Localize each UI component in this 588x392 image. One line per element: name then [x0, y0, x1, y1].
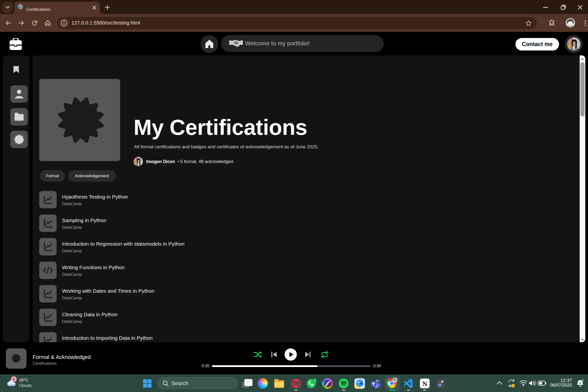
svg-text:z: z — [580, 381, 581, 385]
svg-text:z: z — [582, 379, 584, 382]
svg-text:1: 1 — [314, 379, 315, 382]
